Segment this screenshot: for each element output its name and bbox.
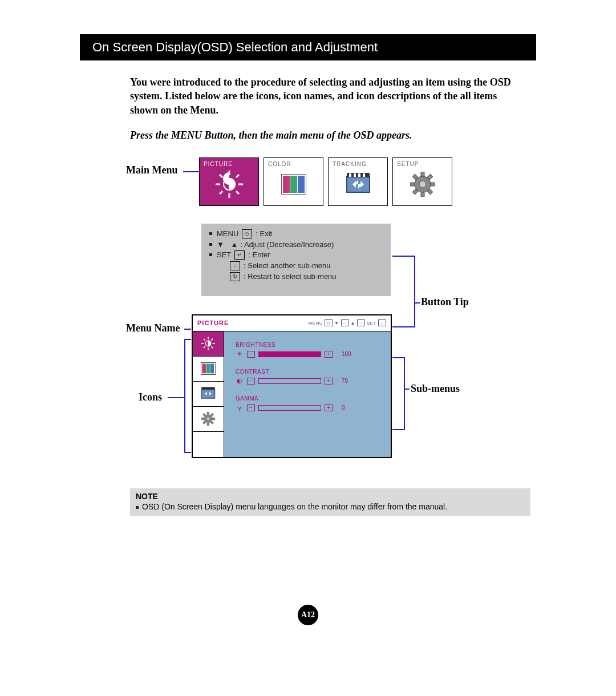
tip-set-action: : Enter xyxy=(248,250,270,259)
label-button-tip: Button Tip xyxy=(421,296,469,308)
setting-contrast: CONTRAST ◐ − + 70 xyxy=(236,369,384,385)
menu-key-icon: ◇ xyxy=(242,229,252,238)
svg-point-24 xyxy=(419,181,426,188)
press-text: Press the MENU Button, then the main men… xyxy=(130,130,536,141)
setting-name: BRIGHTNESS xyxy=(236,342,384,348)
svg-line-8 xyxy=(236,175,239,177)
minus-button[interactable]: − xyxy=(247,404,255,411)
plus-button[interactable]: + xyxy=(325,351,333,358)
slider[interactable] xyxy=(258,378,321,384)
tab-label: COLOR xyxy=(268,161,291,167)
svg-point-51 xyxy=(206,417,210,420)
tab-tracking[interactable]: TRACKING xyxy=(328,157,388,206)
osd-diagram: Main Menu Menu Name Icons Button Tip Sub… xyxy=(130,157,536,477)
contrast-icon: ◐ xyxy=(236,377,244,385)
page-title: On Screen Display(OSD) Selection and Adj… xyxy=(80,34,536,60)
right-key-icon: → xyxy=(357,319,365,326)
svg-line-39 xyxy=(211,347,213,349)
setting-name: CONTRAST xyxy=(236,369,384,375)
svg-rect-17 xyxy=(358,173,360,177)
svg-rect-46 xyxy=(201,389,214,398)
svg-rect-26 xyxy=(421,192,424,197)
svg-rect-25 xyxy=(421,172,424,176)
svg-line-7 xyxy=(220,191,222,194)
svg-line-41 xyxy=(211,339,213,341)
osd-settings: BRIGHTNESS ☀ − + 100 CONTRAST ◐ xyxy=(224,331,391,457)
label-sub-menus: Sub-menus xyxy=(411,383,460,395)
main-menu-tabs: PICTURE xyxy=(199,157,452,206)
slider[interactable] xyxy=(258,405,321,411)
left-key-icon: ← xyxy=(341,319,349,326)
tip-select: : Select another sub-menu xyxy=(244,261,330,270)
setting-value: 0 xyxy=(342,404,355,411)
osd-icon-setup[interactable] xyxy=(193,407,224,432)
svg-rect-54 xyxy=(201,418,204,420)
svg-line-38 xyxy=(204,339,205,341)
minus-button[interactable]: − xyxy=(247,351,255,358)
sun-icon: ☀ xyxy=(236,350,244,358)
label-main-menu: Main Menu xyxy=(126,164,178,176)
svg-rect-10 xyxy=(283,176,290,193)
tracking-icon xyxy=(345,173,372,196)
svg-line-6 xyxy=(236,191,239,194)
tip-menu-action: : Exit xyxy=(256,229,272,238)
note-title: NOTE xyxy=(136,492,525,501)
restart-key-icon: ↻ xyxy=(230,272,240,281)
setting-value: 100 xyxy=(342,351,355,357)
tab-setup[interactable]: SETUP xyxy=(392,157,452,206)
plus-button[interactable]: + xyxy=(325,378,333,385)
svg-rect-43 xyxy=(202,364,206,374)
setting-gamma: GAMMA γ − + 0 xyxy=(236,395,384,412)
svg-rect-18 xyxy=(363,173,365,177)
down-arrow-icon: ▼ xyxy=(217,240,224,249)
brightness-icon xyxy=(214,169,244,199)
osd-icon-tracking[interactable] xyxy=(193,382,224,407)
svg-rect-44 xyxy=(206,364,210,374)
down-key-icon: ↓ xyxy=(378,319,386,326)
gear-icon xyxy=(410,172,435,197)
label-icons: Icons xyxy=(139,391,162,403)
tab-label: SETUP xyxy=(397,161,419,167)
svg-rect-55 xyxy=(213,418,215,420)
osd-icon-color[interactable] xyxy=(193,357,224,382)
menu-key-icon: ◇ xyxy=(325,319,333,326)
tip-menu-label: MENU xyxy=(217,229,238,238)
brightness-icon xyxy=(200,335,216,351)
slider[interactable] xyxy=(258,351,321,357)
color-bars-icon xyxy=(201,362,216,375)
osd-panel: PICTURE MENU◇ ▼← ▲→ SET↓ xyxy=(192,314,392,458)
osd-icon-picture[interactable] xyxy=(193,331,224,357)
plus-button[interactable]: + xyxy=(325,404,333,411)
svg-rect-16 xyxy=(354,173,356,177)
note-box: NOTE OSD (On Screen Display) menu langua… xyxy=(130,488,530,516)
gamma-icon: γ xyxy=(236,404,244,412)
tip-set-label: SET xyxy=(217,250,231,259)
gear-icon xyxy=(201,411,216,426)
page-number: A12 xyxy=(298,605,318,625)
label-menu-name: Menu Name xyxy=(126,322,180,334)
tab-label: PICTURE xyxy=(204,161,233,167)
tab-picture[interactable]: PICTURE xyxy=(199,157,259,206)
up-arrow-icon: ▲ xyxy=(231,240,238,249)
down-key-icon: ↓ xyxy=(230,261,240,270)
tab-color[interactable]: COLOR xyxy=(264,157,323,206)
svg-rect-45 xyxy=(210,364,214,374)
osd-icon-column xyxy=(193,331,224,457)
svg-rect-53 xyxy=(207,423,209,426)
svg-rect-27 xyxy=(410,183,415,186)
svg-line-5 xyxy=(220,175,222,177)
intro-text: You were introduced to the procedure of … xyxy=(130,75,525,117)
svg-rect-52 xyxy=(207,412,209,415)
color-bars-icon xyxy=(281,174,306,195)
tip-adjust: : Adjust (Decrease/Increase) xyxy=(240,240,334,249)
svg-rect-12 xyxy=(298,176,305,193)
tracking-icon xyxy=(200,387,216,400)
svg-line-40 xyxy=(204,347,205,349)
osd-menu-name: PICTURE xyxy=(197,319,229,326)
svg-rect-47 xyxy=(201,387,214,390)
tab-label: TRACKING xyxy=(333,161,367,167)
tip-restart: : Restart to select sub-menu xyxy=(244,272,337,281)
minus-button[interactable]: − xyxy=(247,378,255,385)
setting-name: GAMMA xyxy=(236,395,384,402)
setting-brightness: BRIGHTNESS ☀ − + 100 xyxy=(236,342,384,358)
